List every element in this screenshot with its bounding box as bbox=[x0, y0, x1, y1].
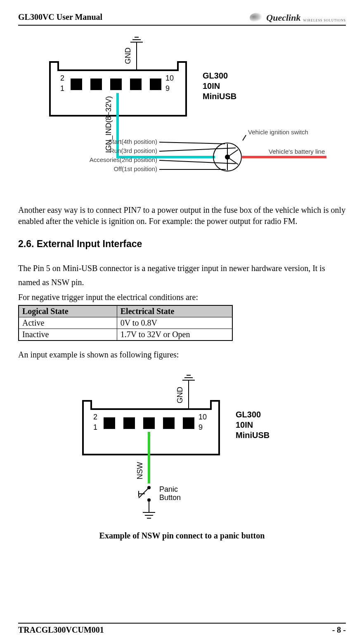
svg-line-15 bbox=[243, 135, 246, 141]
table-row: Active 0V to 0.8V bbox=[19, 317, 232, 329]
pos1-label: Off(1st position) bbox=[113, 165, 157, 172]
table-header-electrical: Electrical State bbox=[117, 305, 232, 317]
ignition-switch-label: Vehicle ignition switch bbox=[248, 129, 308, 136]
connector-pins-icon bbox=[104, 417, 194, 429]
gnd-label: GND bbox=[124, 48, 132, 64]
gnd-label: GND bbox=[176, 387, 184, 403]
svg-rect-0 bbox=[71, 79, 82, 90]
table-header-row: Logical State Electrical State bbox=[19, 305, 232, 317]
pin2-label: 2 bbox=[60, 74, 64, 82]
footer-doc-id: TRACGL300VCUM001 bbox=[18, 625, 104, 635]
svg-point-33 bbox=[147, 498, 151, 502]
svg-rect-23 bbox=[163, 417, 175, 429]
device-name-1: GL300 bbox=[203, 71, 228, 80]
nsw-label: NSW bbox=[136, 462, 144, 479]
pin9-label: 9 bbox=[165, 84, 170, 93]
ignition-wiring-diagram: 2 1 10 9 GND GL300 10IN MiniUSB IGN_IND(… bbox=[18, 33, 346, 192]
pin1-label: 1 bbox=[60, 84, 64, 93]
pin10-label: 10 bbox=[165, 74, 174, 82]
pin9-label: 9 bbox=[199, 423, 203, 431]
svg-rect-4 bbox=[150, 79, 161, 90]
svg-rect-22 bbox=[143, 417, 155, 429]
svg-line-31 bbox=[139, 488, 149, 498]
table-cell-logical: Active bbox=[19, 317, 117, 329]
brand-logo: Queclink WIRELESS SOLUTIONS bbox=[250, 12, 346, 23]
logo-swoosh-icon bbox=[250, 13, 264, 23]
page-footer: TRACGL300VCUM001 - 8 - bbox=[18, 623, 346, 635]
pos2-label: Accesories(2nd position) bbox=[90, 156, 157, 163]
page-header: GL300VC User Manual Queclink WIRELESS SO… bbox=[18, 12, 346, 26]
pos4-label: Start(4th position) bbox=[109, 138, 157, 145]
section-2-6-heading: 2.6. External Input Interface bbox=[18, 238, 346, 250]
electrical-states-table: Logical State Electrical State Active 0V… bbox=[18, 305, 233, 341]
svg-rect-1 bbox=[90, 79, 102, 90]
svg-line-16 bbox=[159, 142, 225, 144]
pos3-label: Run(3rd position) bbox=[110, 147, 157, 154]
paragraph-conditions-intro: For negative trigger input the electrica… bbox=[18, 291, 346, 303]
svg-rect-2 bbox=[110, 79, 122, 90]
footer-page-number: - 8 - bbox=[332, 625, 346, 635]
document-title: GL300VC User Manual bbox=[18, 12, 102, 22]
connector-pins-icon bbox=[71, 79, 161, 90]
svg-line-12 bbox=[227, 150, 238, 157]
paragraph-example-intro: An input example is shown as following f… bbox=[18, 350, 346, 360]
table-cell-logical: Inactive bbox=[19, 329, 117, 341]
nsw-panic-button-diagram: 2 1 10 9 GND GL300 10IN MiniUSB NSW Pani… bbox=[18, 368, 346, 541]
table-row: Inactive 1.7V to 32V or Open bbox=[19, 329, 232, 341]
svg-rect-20 bbox=[104, 417, 115, 429]
table-cell-electrical: 1.7V to 32V or Open bbox=[117, 329, 232, 341]
device-name-1: GL300 bbox=[236, 410, 261, 419]
device-name-2: 10IN bbox=[236, 420, 253, 429]
table-header-logical: Logical State bbox=[19, 305, 117, 317]
svg-line-17 bbox=[159, 148, 236, 151]
device-name-3: MiniUSB bbox=[203, 92, 236, 101]
paragraph-nsw-intro: The Pin 5 on Mini-USB connector is a neg… bbox=[18, 261, 346, 289]
battery-line-label: Vehicle's battery line bbox=[269, 148, 325, 155]
pin10-label: 10 bbox=[199, 413, 207, 421]
device-name-2: 10IN bbox=[203, 81, 220, 90]
svg-rect-24 bbox=[183, 417, 194, 429]
logo-subtext: WIRELESS SOLUTIONS bbox=[303, 19, 346, 22]
table-cell-electrical: 0V to 0.8V bbox=[117, 317, 232, 329]
svg-line-18 bbox=[159, 160, 236, 164]
panic-label-2: Button bbox=[159, 493, 181, 502]
device-name-3: MiniUSB bbox=[236, 431, 269, 440]
panic-label-1: Panic bbox=[159, 485, 178, 493]
figure-caption: Example of NSW pin connect to a panic bu… bbox=[18, 531, 346, 541]
pin1-label: 1 bbox=[93, 423, 97, 431]
pin2-label: 2 bbox=[93, 413, 97, 421]
svg-rect-3 bbox=[130, 79, 142, 90]
paragraph-pin7: Another easy way is to connect PIN7 to a… bbox=[18, 205, 346, 227]
svg-rect-21 bbox=[123, 417, 135, 429]
logo-text: Queclink bbox=[266, 12, 300, 23]
